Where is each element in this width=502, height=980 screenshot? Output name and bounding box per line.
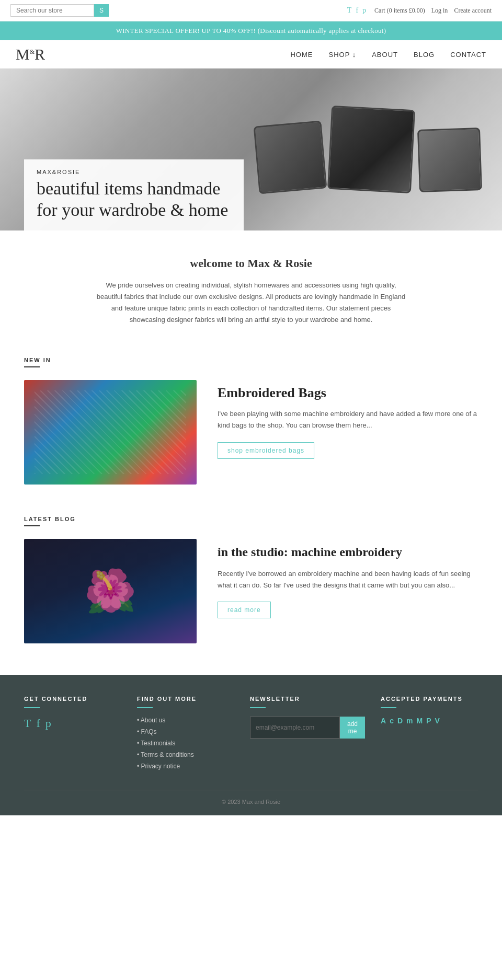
top-right: T f p Cart (0 items £0.00) Log in Create… [347,6,492,15]
footer-link-testimonials: Testimonials [137,740,234,747]
create-account-link[interactable]: Create account [454,7,492,14]
footer-about-link[interactable]: About us [141,717,165,724]
blog-section: LATEST BLOG 🌺 in the studio: machine emb… [0,500,502,675]
promo-text: WINTER SPECIAL OFFER! UP TO 40% OFF!! (D… [116,27,386,34]
footer-privacy-link[interactable]: Privacy notice [141,763,180,770]
newsletter-form: add me [250,717,365,739]
footer-facebook-icon[interactable]: f [36,717,40,730]
newsletter-submit-button[interactable]: add me [340,717,365,739]
welcome-title: welcome to Max & Rosie [94,257,408,270]
footer-connected-title: GET CONNECTED [24,696,121,702]
read-more-button[interactable]: read more [218,602,271,618]
footer-newsletter-line [250,707,266,708]
blog-image-decoration: 🌺 [84,567,136,616]
cart-link[interactable]: Cart (0 items £0.00) [374,7,425,14]
footer-link-about: About us [137,717,234,724]
social-icons-top: T f p [347,6,366,15]
footer-faqs-link[interactable]: FAQs [141,728,157,735]
footer-find-out-more: FIND OUT MORE About us FAQs Testimonials… [137,696,234,774]
promo-bar: WINTER SPECIAL OFFER! UP TO 40% OFF!! (D… [0,21,502,40]
blog-section-label: LATEST BLOG [24,516,478,522]
blog-image: 🌺 [24,539,197,643]
blog-section-line [24,525,40,526]
footer-terms-link[interactable]: Terms & conditions [141,751,193,758]
footer-links-list: About us FAQs Testimonials Terms & condi… [137,717,234,770]
footer-newsletter: NEWSLETTER add me [250,696,365,774]
hero-headline: beautiful items handmade for your wardro… [37,178,231,221]
footer-bottom: © 2023 Max and Rosie [24,790,478,805]
payment-paypal: P [426,717,431,725]
blog-text: in the studio: machine embroidery Recent… [218,539,478,618]
footer-link-terms: Terms & conditions [137,751,234,758]
welcome-text: We pride ourselves on creating individua… [94,280,408,326]
logo-text: M&R [16,47,45,62]
new-in-image [24,380,197,485]
hero-section: MAX&ROSIE beautiful items handmade for y… [0,68,502,230]
payment-icons: A c D m M P V [381,717,478,725]
new-in-line [24,366,40,367]
main-nav: HOME SHOP ↓ ABOUT BLOG CONTACT [290,51,486,59]
facebook-icon-top[interactable]: f [356,6,358,15]
new-in-description: I've been playing with some machine embr… [218,408,478,431]
nav-home[interactable]: HOME [290,51,313,59]
footer-link-faqs: FAQs [137,728,234,735]
footer-testimonials-link[interactable]: Testimonials [141,740,175,747]
copyright-text: © 2023 Max and Rosie [222,799,280,805]
footer-twitter-icon[interactable]: T [24,717,31,730]
new-in-content: Embroidered Bags I've been playing with … [24,380,478,485]
nav-about[interactable]: ABOUT [372,51,398,59]
blog-title: in the studio: machine embroidery [218,544,478,560]
footer: GET CONNECTED T f p FIND OUT MORE About … [0,675,502,815]
payment-discover: D [397,717,403,725]
payment-mastercard: M [417,717,424,725]
shop-embroidered-bags-button[interactable]: shop embroidered bags [218,442,314,459]
login-link[interactable]: Log in [431,7,448,14]
footer-find-line [137,707,153,708]
nav-contact[interactable]: CONTACT [450,51,486,59]
footer-payments-title: ACCEPTED PAYMENTS [381,696,478,702]
footer-payments: ACCEPTED PAYMENTS A c D m M P V [381,696,478,774]
newsletter-email-input[interactable] [250,717,340,739]
footer-link-privacy: Privacy notice [137,763,234,770]
footer-payments-line [381,707,396,708]
payment-amex: A [381,717,386,725]
footer-get-connected: GET CONNECTED T f p [24,696,121,774]
pinterest-icon-top[interactable]: p [362,6,366,15]
footer-grid: GET CONNECTED T f p FIND OUT MORE About … [24,696,478,774]
nav-blog[interactable]: BLOG [414,51,435,59]
blog-content: 🌺 in the studio: machine embroidery Rece… [24,539,478,643]
new-in-section: NEW IN Embroidered Bags I've been playin… [0,341,502,500]
top-links: Cart (0 items £0.00) Log in Create accou… [374,7,492,15]
logo[interactable]: M&R [16,47,45,62]
footer-pinterest-icon[interactable]: p [45,717,51,730]
twitter-icon-top[interactable]: T [347,6,352,15]
payment-c: c [390,717,394,725]
search-input[interactable] [10,4,94,17]
welcome-section: welcome to Max & Rosie We pride ourselve… [0,230,502,341]
top-bar: S T f p Cart (0 items £0.00) Log in Crea… [0,0,502,21]
hero-brand: MAX&ROSIE [37,169,231,175]
footer-social-icons: T f p [24,717,121,730]
new-in-title: Embroidered Bags [218,385,478,401]
pillow-2 [327,106,415,193]
new-in-label: NEW IN [24,357,478,363]
nav-wrap: M&R HOME SHOP ↓ ABOUT BLOG CONTACT [0,40,502,68]
new-in-text: Embroidered Bags I've been playing with … [218,380,478,458]
search-wrap: S [10,4,109,17]
pillow-1 [254,121,327,194]
payment-visa: V [435,717,440,725]
footer-find-title: FIND OUT MORE [137,696,234,702]
footer-newsletter-title: NEWSLETTER [250,696,365,702]
pillow-3 [417,128,482,192]
blog-description: Recently I've borrowed an embroidery mac… [218,568,478,591]
nav-shop[interactable]: SHOP ↓ [328,51,356,59]
hero-text-box: MAX&ROSIE beautiful items handmade for y… [24,159,244,230]
payment-maestro: m [406,717,413,725]
search-button[interactable]: S [94,4,109,17]
pillow-display [256,108,481,191]
footer-connected-line [24,707,40,708]
